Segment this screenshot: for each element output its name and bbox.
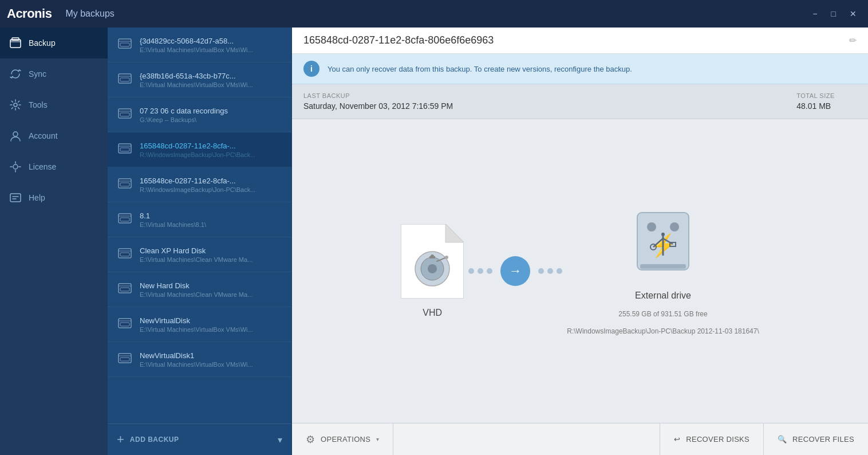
titlebar: Acronis My backups − □ ✕: [0, 0, 868, 28]
sidebar-item-sync[interactable]: Sync: [0, 58, 108, 89]
backup-item-name: {e38fb16d-651a-43cb-b77c...: [140, 72, 253, 80]
content-header: 165848cd-0287-11e2-8cfa-806e6f6e6963 ✏: [292, 28, 868, 54]
backup-item-text: 07 23 06 c data recordings G:\Keep -- Ba…: [140, 107, 228, 123]
sync-icon: [9, 68, 22, 80]
backup-item-icon: [117, 315, 133, 334]
list-item[interactable]: 165848ce-0287-11e2-8cfa-... R:\WindowsIm…: [108, 167, 291, 202]
left-dots: [464, 268, 497, 274]
sidebar-license-label: License: [29, 162, 56, 171]
backup-item-icon: [117, 105, 133, 124]
backup-stats: LAST BACKUP Saturday, November 03, 2012 …: [292, 84, 868, 119]
window-controls: − □ ✕: [808, 7, 861, 20]
sidebar-item-help[interactable]: Help: [0, 182, 108, 213]
minimize-button[interactable]: −: [808, 7, 822, 20]
backup-list-items: {3d4829cc-5068-42d7-a58... E:\Virtual Ma…: [108, 28, 291, 423]
close-button[interactable]: ✕: [845, 7, 861, 20]
add-backup-bar[interactable]: + ADD BACKUP ▾: [108, 423, 291, 455]
list-item[interactable]: 8.1 E:\Virtual Machines\8.1\: [108, 202, 291, 237]
list-item[interactable]: New Hard Disk E:\Virtual Machines\Clean …: [108, 272, 291, 307]
backup-item-path: G:\Keep -- Backups\: [140, 116, 228, 123]
sidebar-item-account[interactable]: Account: [0, 120, 108, 151]
viz-container: VHD →: [401, 207, 759, 335]
license-icon: [9, 160, 22, 173]
backup-item-name: 07 23 06 c data recordings: [140, 107, 228, 115]
viz-area: VHD →: [292, 119, 868, 423]
backup-item-text: NewVirtualDisk E:\Virtual Machines\Virtu…: [140, 316, 253, 333]
backup-icon: [9, 37, 22, 49]
backup-item-icon: [117, 36, 133, 54]
recover-files-label: RECOVER FILES: [792, 435, 854, 444]
chevron-down-icon: ▾: [376, 436, 379, 442]
backup-item-name: New Hard Disk: [140, 281, 252, 290]
backup-list-panel: {3d4829cc-5068-42d7-a58... E:\Virtual Ma…: [108, 28, 292, 455]
backup-item-text: 165848ce-0287-11e2-8cfa-... R:\WindowsIm…: [140, 176, 255, 193]
add-backup-label: ADD BACKUP: [130, 436, 179, 444]
content-panel: 165848cd-0287-11e2-8cfa-806e6f6e6963 ✏ i…: [292, 28, 868, 455]
total-size-label: TOTAL SIZE: [796, 92, 835, 99]
backup-item-name: 165848cd-0287-11e2-8cfa-...: [140, 142, 255, 150]
edit-icon[interactable]: ✏: [849, 35, 857, 46]
ext-drive-icon-wrapper: ⚡: [632, 207, 695, 281]
sidebar-help-label: Help: [29, 193, 45, 202]
list-item[interactable]: NewVirtualDisk E:\Virtual Machines\Virtu…: [108, 307, 291, 342]
recover-disks-label: RECOVER DISKS: [686, 435, 749, 444]
svg-point-43: [428, 264, 437, 273]
sidebar-item-backup[interactable]: Backup: [0, 28, 108, 58]
dest-size: 255.59 GB of 931.51 GB free: [618, 310, 707, 318]
svg-point-3: [14, 103, 17, 107]
list-item[interactable]: 07 23 06 c data recordings G:\Keep -- Ba…: [108, 97, 291, 132]
backup-item-text: {e38fb16d-651a-43cb-b77c... E:\Virtual M…: [140, 72, 253, 88]
backup-item-icon: [117, 350, 133, 368]
list-item[interactable]: Clean XP Hard Disk E:\Virtual Machines\C…: [108, 237, 291, 272]
content-title: 165848cd-0287-11e2-8cfa-806e6f6e6963: [303, 34, 842, 46]
dot: [468, 268, 474, 274]
backup-item-icon: [117, 280, 133, 299]
last-backup-value: Saturday, November 03, 2012 7:16:59 PM: [303, 101, 453, 111]
sidebar-account-label: Account: [29, 131, 58, 140]
svg-point-49: [647, 222, 656, 232]
source-item: VHD: [401, 224, 464, 318]
backup-item-name: 165848ce-0287-11e2-8cfa-...: [140, 176, 255, 185]
sidebar-tools-label: Tools: [29, 100, 48, 109]
backup-item-text: NewVirtualDisk1 E:\Virtual Machines\Virt…: [140, 351, 253, 368]
backup-item-icon: [117, 210, 133, 229]
main-area: Backup Sync: [0, 28, 868, 455]
backup-item-text: Clean XP Hard Disk E:\Virtual Machines\C…: [140, 246, 252, 263]
svg-rect-58: [640, 264, 686, 269]
arrow-circle: →: [500, 256, 530, 286]
help-icon: [9, 191, 22, 204]
backup-item-name: {3d4829cc-5068-42d7-a58...: [140, 37, 253, 45]
gear-icon: ⚙: [306, 433, 315, 446]
backup-item-path: E:\Virtual Machines\VirtualBox VMs\Wi...: [140, 326, 253, 333]
svg-point-5: [13, 164, 18, 169]
add-icon: +: [117, 432, 124, 447]
list-item[interactable]: NewVirtualDisk1 E:\Virtual Machines\Virt…: [108, 342, 291, 377]
backup-item-icon: [117, 245, 133, 264]
backup-item-path: E:\Virtual Machines\8.1\: [140, 221, 206, 228]
recover-disks-icon: ↩: [674, 435, 680, 444]
account-icon: [9, 130, 22, 142]
sidebar-nav: Backup Sync: [0, 28, 108, 455]
last-backup-stat: LAST BACKUP Saturday, November 03, 2012 …: [303, 92, 453, 111]
list-item[interactable]: {e38fb16d-651a-43cb-b77c... E:\Virtual M…: [108, 62, 291, 97]
total-size-stat: TOTAL SIZE 48.01 MB: [796, 92, 835, 111]
backup-item-path: E:\Virtual Machines\VirtualBox VMs\Wi...: [140, 81, 253, 88]
chevron-down-icon: ▾: [278, 434, 282, 445]
sidebar-item-license[interactable]: License: [0, 151, 108, 182]
maximize-button[interactable]: □: [827, 7, 841, 20]
svg-point-57: [661, 233, 665, 236]
dot: [487, 268, 492, 274]
operations-button[interactable]: ⚙ OPERATIONS ▾: [292, 423, 393, 455]
sidebar-item-tools[interactable]: Tools: [0, 89, 108, 120]
backup-item-text: 8.1 E:\Virtual Machines\8.1\: [140, 211, 206, 228]
backup-item-path: E:\Virtual Machines\VirtualBox VMs\Wi...: [140, 46, 253, 53]
main-window: Acronis My backups − □ ✕ Backup: [0, 0, 868, 455]
recover-disks-button[interactable]: ↩ RECOVER DISKS: [660, 423, 763, 455]
list-item[interactable]: 165848cd-0287-11e2-8cfa-... R:\WindowsIm…: [108, 132, 291, 167]
backup-item-text: {3d4829cc-5068-42d7-a58... E:\Virtual Ma…: [140, 37, 253, 53]
operations-label: OPERATIONS: [321, 435, 370, 444]
list-item[interactable]: {3d4829cc-5068-42d7-a58... E:\Virtual Ma…: [108, 28, 291, 62]
recover-files-button[interactable]: 🔍 RECOVER FILES: [763, 423, 868, 455]
app-logo: Acronis: [7, 6, 52, 21]
backup-item-icon: [117, 70, 133, 89]
